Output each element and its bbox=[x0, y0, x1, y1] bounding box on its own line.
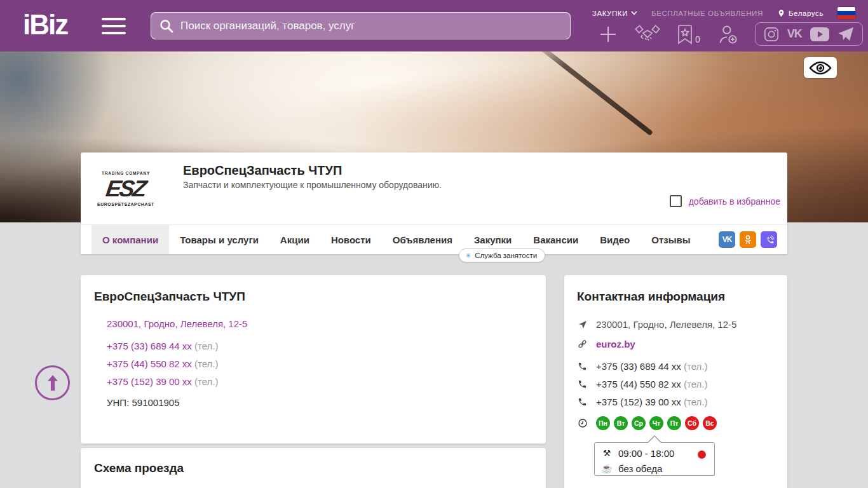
hours-popup: ⚒ 09:00 - 18:00 ☕ без обеда bbox=[594, 442, 715, 476]
about-title: ЕвроСпецЗапчасть ЧТУП bbox=[94, 290, 245, 304]
pen-in-photo bbox=[535, 51, 653, 136]
search-form bbox=[151, 12, 571, 39]
vk-icon[interactable]: VK bbox=[787, 27, 802, 41]
phone-type: (тел.) bbox=[684, 361, 707, 372]
contact-phone-row: +375 (33) 689 44 xx (тел.) bbox=[577, 361, 707, 372]
employment-service-label: Служба занятости bbox=[475, 252, 537, 259]
search-icon bbox=[159, 18, 174, 34]
company-social-icons: VK bbox=[719, 231, 777, 248]
instagram-icon[interactable] bbox=[764, 27, 779, 42]
tab-ads[interactable]: Объявления bbox=[382, 225, 463, 254]
day-badge-sat[interactable]: Сб bbox=[685, 416, 699, 430]
contact-title: Контактная информация bbox=[577, 290, 725, 304]
day-badge-fri[interactable]: Пт bbox=[667, 416, 681, 430]
zakupki-label: ЗАКУПКИ bbox=[592, 10, 628, 17]
phone-link[interactable]: +375 (33) 689 44 xx bbox=[107, 341, 192, 351]
add-plus-icon[interactable] bbox=[598, 24, 618, 44]
map-card: Схема проезда bbox=[81, 448, 546, 488]
phone-type: (тел.) bbox=[194, 376, 218, 387]
company-name: ЕвроСпецЗапчасть ЧТУП bbox=[183, 163, 342, 178]
day-badge-mon[interactable]: Пн bbox=[596, 416, 610, 430]
tab-products[interactable]: Товары и услуги bbox=[169, 225, 269, 254]
phone-icon bbox=[577, 397, 588, 407]
company-logo: TRADING COMPANY ESZ EUROSPETSZAPCHAST bbox=[97, 161, 154, 217]
about-card: ЕвроСпецЗапчасть ЧТУП 230001, Гродно, Ле… bbox=[81, 275, 546, 444]
phone-type: (тел.) bbox=[684, 396, 707, 407]
scroll-to-top-button[interactable] bbox=[35, 365, 70, 400]
phone-row: +375 (33) 689 44 xx (тел.) bbox=[107, 341, 218, 351]
tab-promotions[interactable]: Акции bbox=[269, 225, 320, 254]
favorites-count: 0 bbox=[695, 35, 700, 45]
zakupki-link[interactable]: ЗАКУПКИ bbox=[592, 10, 637, 17]
phone-row: +375 (152) 39 00 xx (тел.) bbox=[107, 376, 218, 387]
contact-phone-row: +375 (44) 550 82 xx (тел.) bbox=[577, 379, 707, 390]
lunch-coffee-icon: ☕ bbox=[601, 463, 613, 473]
employment-service-tooltip: ✳ Служба занятости bbox=[459, 248, 545, 262]
contact-info-card: Контактная информация 230001, Гродно, Ле… bbox=[564, 275, 787, 488]
working-hours-row: Пн Вт Ср Чт Пт Сб Вс bbox=[577, 416, 717, 430]
contact-phone: +375 (33) 689 44 xx bbox=[596, 361, 681, 372]
day-badge-wed[interactable]: Ср bbox=[632, 416, 646, 430]
viber-icon[interactable] bbox=[761, 231, 777, 248]
website-link[interactable]: euroz.by bbox=[596, 339, 635, 349]
favorite-checkbox[interactable] bbox=[670, 195, 682, 207]
phone-icon bbox=[577, 362, 588, 371]
map-title: Схема проезда bbox=[94, 461, 184, 475]
tab-about[interactable]: О компании bbox=[92, 225, 169, 254]
phone-row: +375 (44) 550 82 xx (тел.) bbox=[107, 358, 218, 369]
top-links: ЗАКУПКИ БЕСПЛАТНЫЕ ОБЪЯВЛЕНИЯ Беларусь bbox=[592, 7, 855, 19]
logo-abbr-text: ESZ bbox=[105, 177, 147, 200]
closed-status-dot bbox=[698, 451, 706, 459]
favorite-label: добавить в избранное bbox=[689, 196, 780, 207]
lunch-label: без обеда bbox=[618, 463, 662, 474]
contact-address-row: 230001, Гродно, Лелевеля, 12-5 bbox=[577, 319, 736, 330]
employment-service-icon: ✳ bbox=[465, 252, 471, 260]
ibiz-logo[interactable]: iBiz bbox=[23, 9, 67, 41]
favorites-bookmark-icon[interactable]: 0 bbox=[677, 24, 700, 45]
day-badge-sun[interactable]: Вс bbox=[703, 416, 717, 430]
contact-phone: +375 (44) 550 82 xx bbox=[596, 379, 681, 390]
work-hours: 09:00 - 18:00 bbox=[618, 448, 674, 459]
logo-top-text: TRADING COMPANY bbox=[102, 171, 150, 175]
odnoklassniki-icon[interactable] bbox=[740, 231, 756, 248]
country-selector[interactable]: Беларусь bbox=[777, 8, 824, 18]
chevron-down-icon bbox=[631, 11, 637, 15]
person-add-icon[interactable] bbox=[717, 24, 738, 45]
russian-flag-icon[interactable] bbox=[837, 7, 855, 19]
navigation-arrow-icon bbox=[577, 320, 588, 330]
phone-type: (тел.) bbox=[194, 341, 218, 351]
work-tools-icon: ⚒ bbox=[601, 448, 613, 458]
location-pin-icon bbox=[777, 8, 785, 18]
youtube-icon[interactable] bbox=[810, 27, 829, 41]
tab-reviews[interactable]: Отзывы bbox=[641, 225, 701, 254]
top-header: iBiz ЗАКУПКИ БЕСПЛАТНЫЕ ОБЪЯВЛЕНИЯ Белар… bbox=[0, 0, 868, 51]
tab-news[interactable]: Новости bbox=[320, 225, 382, 254]
country-label: Беларусь bbox=[789, 10, 824, 17]
company-header-card: TRADING COMPANY ESZ EUROSPETSZAPCHAST Ев… bbox=[81, 152, 787, 254]
contact-address: 230001, Гродно, Лелевеля, 12-5 bbox=[596, 319, 736, 330]
menu-icon[interactable] bbox=[102, 18, 126, 35]
vk-share-icon[interactable]: VK bbox=[719, 231, 735, 248]
company-tab-bar: О компании Товары и услуги Акции Новости… bbox=[81, 224, 787, 254]
phone-icon bbox=[577, 379, 588, 389]
phone-type: (тел.) bbox=[684, 379, 707, 390]
add-to-favorites[interactable]: добавить в избранное bbox=[670, 195, 780, 207]
day-badge-tue[interactable]: Вт bbox=[614, 416, 628, 430]
contact-phone-row: +375 (152) 39 00 xx (тел.) bbox=[577, 396, 707, 407]
phone-link[interactable]: +375 (44) 550 82 xx bbox=[107, 358, 192, 369]
unp-number: УНП: 591001905 bbox=[107, 397, 180, 408]
free-ads-link[interactable]: БЕСПЛАТНЫЕ ОБЪЯВЛЕНИЯ bbox=[651, 10, 763, 17]
phone-link[interactable]: +375 (152) 39 00 xx bbox=[107, 376, 192, 387]
header-social-box: VK bbox=[755, 22, 863, 46]
views-eye-icon[interactable] bbox=[804, 57, 837, 78]
search-input[interactable] bbox=[180, 20, 562, 32]
telegram-icon[interactable] bbox=[837, 27, 854, 42]
company-address-link[interactable]: 230001, Гродно, Лелевеля, 12-5 bbox=[107, 318, 247, 329]
contact-phone: +375 (152) 39 00 xx bbox=[596, 396, 681, 407]
day-badge-thu[interactable]: Чт bbox=[649, 416, 663, 430]
logo-bottom-text: EUROSPETSZAPCHAST bbox=[97, 202, 154, 207]
handshake-icon[interactable] bbox=[635, 24, 660, 44]
tab-video[interactable]: Видео bbox=[589, 225, 641, 254]
link-icon bbox=[577, 339, 588, 349]
contact-website-row: euroz.by bbox=[577, 339, 635, 349]
